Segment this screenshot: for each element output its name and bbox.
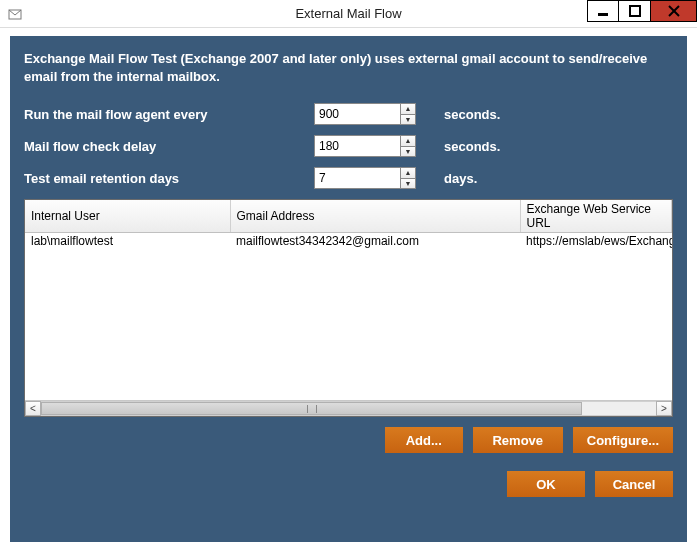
close-button[interactable]: [651, 0, 697, 22]
dialog-window: External Mail Flow Exchange Mail Flow Te…: [0, 0, 697, 552]
users-table[interactable]: Internal User Gmail Address Exchange Web…: [25, 200, 672, 249]
col-gmail-address[interactable]: Gmail Address: [230, 200, 520, 233]
retention-unit: days.: [444, 171, 477, 186]
spin-up-icon[interactable]: ▲: [400, 167, 416, 179]
retention-input[interactable]: [314, 167, 400, 189]
spin-up-icon[interactable]: ▲: [400, 135, 416, 147]
svg-rect-2: [630, 6, 640, 16]
retention-row: Test email retention days ▲ ▼ days.: [24, 165, 673, 191]
run-every-label: Run the mail flow agent every: [24, 107, 314, 122]
cell-internal-user: lab\mailflowtest: [25, 233, 230, 250]
app-icon: [6, 4, 26, 24]
cancel-button[interactable]: Cancel: [595, 471, 673, 497]
spin-down-icon[interactable]: ▼: [400, 147, 416, 158]
check-delay-spinner[interactable]: ▲ ▼: [314, 135, 416, 157]
title-bar: External Mail Flow: [0, 0, 697, 28]
retention-label: Test email retention days: [24, 171, 314, 186]
run-every-input[interactable]: [314, 103, 400, 125]
scroll-left-icon[interactable]: <: [25, 401, 41, 416]
spin-down-icon[interactable]: ▼: [400, 115, 416, 126]
intro-text: Exchange Mail Flow Test (Exchange 2007 a…: [24, 50, 673, 85]
configure-button[interactable]: Configure...: [573, 427, 673, 453]
check-delay-input[interactable]: [314, 135, 400, 157]
maximize-button[interactable]: [619, 0, 651, 22]
retention-spinner[interactable]: ▲ ▼: [314, 167, 416, 189]
scroll-grip-icon: [307, 405, 317, 413]
ok-button[interactable]: OK: [507, 471, 585, 497]
table-row[interactable]: lab\mailflowtest mailflowtest34342342@gm…: [25, 233, 672, 250]
spin-down-icon[interactable]: ▼: [400, 179, 416, 190]
spin-up-icon[interactable]: ▲: [400, 103, 416, 115]
grid-buttons: Add... Remove Configure...: [24, 427, 673, 453]
run-every-unit: seconds.: [444, 107, 500, 122]
run-every-spinner[interactable]: ▲ ▼: [314, 103, 416, 125]
horizontal-scrollbar[interactable]: < >: [25, 400, 672, 416]
run-every-row: Run the mail flow agent every ▲ ▼ second…: [24, 101, 673, 127]
dialog-buttons: OK Cancel: [24, 471, 673, 497]
client-area: Exchange Mail Flow Test (Exchange 2007 a…: [10, 36, 687, 542]
col-ews-url[interactable]: Exchange Web Service URL: [520, 200, 672, 233]
users-grid: Internal User Gmail Address Exchange Web…: [24, 199, 673, 417]
window-controls: [587, 0, 697, 28]
svg-rect-1: [598, 13, 608, 16]
cell-gmail: mailflowtest34342342@gmail.com: [230, 233, 520, 250]
add-button[interactable]: Add...: [385, 427, 463, 453]
col-internal-user[interactable]: Internal User: [25, 200, 230, 233]
scroll-thumb[interactable]: [41, 402, 582, 415]
scroll-track[interactable]: [41, 401, 656, 416]
minimize-button[interactable]: [587, 0, 619, 22]
check-delay-label: Mail flow check delay: [24, 139, 314, 154]
check-delay-unit: seconds.: [444, 139, 500, 154]
check-delay-row: Mail flow check delay ▲ ▼ seconds.: [24, 133, 673, 159]
cell-ews: https://emslab/ews/Exchange.: [520, 233, 672, 250]
scroll-right-icon[interactable]: >: [656, 401, 672, 416]
remove-button[interactable]: Remove: [473, 427, 563, 453]
